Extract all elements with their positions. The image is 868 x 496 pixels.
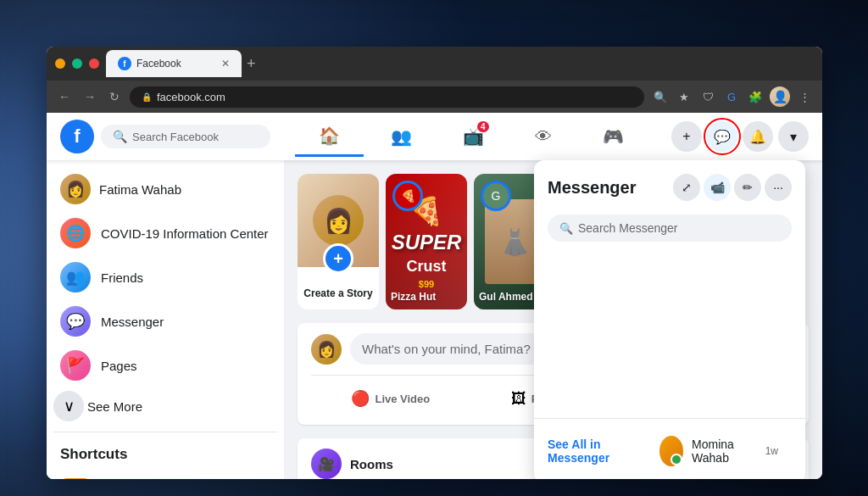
browser-menu-icon[interactable]: ⋮ bbox=[795, 87, 814, 106]
messenger-header-icons: ⤢ 📹 ✏ ··· bbox=[673, 174, 792, 201]
facebook-topnav: f 🔍 Search Facebook 🏠 👥 📺 4 👁 bbox=[47, 113, 822, 160]
online-user-avatar bbox=[659, 436, 683, 466]
see-all-messenger-button[interactable]: See All in Messenger bbox=[548, 437, 646, 465]
home-icon: 🏠 bbox=[319, 125, 340, 146]
browser-window: f Facebook ✕ + ← → ↻ 🔒 facebook.com 🔍 ★ … bbox=[47, 47, 822, 479]
live-video-button[interactable]: 🔴 Live Video bbox=[311, 382, 470, 415]
nav-friends[interactable]: 👥 bbox=[367, 118, 436, 155]
messenger-panel: Messenger ⤢ 📹 ✏ ··· 🔍 Search Messenger S… bbox=[534, 160, 805, 479]
live-video-label: Live Video bbox=[375, 393, 430, 405]
groups-icon: 👁 bbox=[535, 127, 552, 147]
story-pizza-hut[interactable]: 🍕 SUPER Crust $99 🍕 Pizza Hut bbox=[386, 174, 467, 309]
extensions-icon[interactable]: 🧩 bbox=[746, 87, 765, 106]
bookmark-icon[interactable]: ★ bbox=[675, 87, 693, 106]
nav-home[interactable]: 🏠 bbox=[295, 117, 364, 157]
messenger-body bbox=[534, 248, 805, 418]
minimize-button[interactable] bbox=[55, 59, 65, 69]
sidebar-user-profile[interactable]: 👩 Fatima Wahab bbox=[53, 167, 277, 211]
tab-favicon: f bbox=[118, 57, 131, 70]
maximize-button[interactable] bbox=[72, 59, 82, 69]
browser-toolbar-icons: 🔍 ★ 🛡 G 🧩 👤 ⋮ bbox=[651, 86, 814, 107]
tab-title: Facebook bbox=[136, 58, 216, 70]
messenger-icon: 💬 bbox=[714, 129, 731, 145]
rooms-icon: 🎥 bbox=[311, 449, 342, 479]
sidebar-item-friends[interactable]: 👥 Friends bbox=[53, 255, 277, 299]
watch-badge: 4 bbox=[477, 121, 489, 132]
tab-close-icon[interactable]: ✕ bbox=[221, 58, 230, 70]
new-tab-button[interactable]: + bbox=[247, 55, 256, 73]
messenger-footer: See All in Messenger Momina Wahab 1w bbox=[534, 418, 805, 479]
url-text: facebook.com bbox=[157, 91, 225, 103]
sidebar-label-messenger: Messenger bbox=[101, 315, 164, 329]
tab-bar: f Facebook ✕ + bbox=[106, 47, 814, 81]
address-bar-row: ← → ↻ 🔒 facebook.com 🔍 ★ 🛡 G 🧩 👤 ⋮ bbox=[47, 81, 822, 113]
messenger-header: Messenger ⤢ 📹 ✏ ··· bbox=[534, 160, 805, 208]
address-bar[interactable]: 🔒 facebook.com bbox=[130, 86, 644, 108]
refresh-button[interactable]: ↻ bbox=[106, 86, 123, 107]
add-button[interactable]: + bbox=[671, 121, 702, 152]
story-create-user-photo: 👩 bbox=[313, 195, 364, 246]
sidebar-label-covid: COVID-19 Information Center bbox=[101, 226, 269, 241]
nav-groups[interactable]: 👁 bbox=[511, 119, 576, 155]
sidebar-label-friends: Friends bbox=[101, 270, 143, 285]
post-user-avatar: 👩 bbox=[311, 334, 342, 365]
sidebar-label-see-more: See More bbox=[87, 399, 142, 414]
messenger-compose-icon[interactable]: ✏ bbox=[734, 174, 761, 201]
facebook-logo[interactable]: f bbox=[60, 120, 94, 153]
pizza-text2: Crust bbox=[406, 258, 446, 276]
friends-icon: 👥 bbox=[60, 262, 91, 293]
search-icon[interactable]: 🔍 bbox=[651, 87, 670, 106]
sidebar-item-messenger[interactable]: 💬 Messenger bbox=[53, 299, 277, 343]
facebook-sidebar: 👩 Fatima Wahab 🌐 COVID-19 Information Ce… bbox=[47, 160, 284, 479]
notifications-button[interactable]: 🔔 bbox=[743, 121, 773, 152]
browser-tab-bar: f Facebook ✕ + bbox=[47, 47, 822, 81]
messenger-icon: 💬 bbox=[60, 306, 91, 337]
messenger-video-icon[interactable]: 📹 bbox=[704, 174, 731, 201]
messenger-button[interactable]: 💬 bbox=[707, 121, 737, 152]
browser-profile-icon[interactable]: 👤 bbox=[770, 86, 790, 107]
friends-icon: 👥 bbox=[391, 126, 412, 147]
create-story-card[interactable]: 👩 + Create a Story bbox=[298, 174, 379, 309]
lock-icon: 🔒 bbox=[142, 92, 152, 102]
create-story-label: Create a Story bbox=[303, 287, 372, 299]
rooms-left: 🎥 Rooms bbox=[311, 449, 393, 479]
nav-gaming[interactable]: 🎮 bbox=[579, 118, 648, 155]
account-menu-button[interactable]: ▾ bbox=[778, 121, 809, 152]
window-controls bbox=[55, 59, 99, 69]
sidebar-item-covid[interactable]: 🌐 COVID-19 Information Center bbox=[53, 211, 277, 255]
photo-video-icon: 🖼 bbox=[511, 390, 526, 408]
messenger-search[interactable]: 🔍 Search Messenger bbox=[548, 215, 792, 242]
search-icon: 🔍 bbox=[113, 130, 127, 143]
sidebar-item-see-more[interactable]: ∨ See More bbox=[53, 387, 277, 425]
messenger-more-icon[interactable]: ··· bbox=[765, 174, 792, 201]
close-button[interactable] bbox=[89, 59, 99, 69]
facebook-nav-right: + 💬 🔔 ▾ bbox=[671, 121, 809, 152]
messenger-expand-icon[interactable]: ⤢ bbox=[673, 174, 700, 201]
see-more-icon: ∨ bbox=[53, 391, 84, 421]
shortcut-avatar-1 bbox=[60, 478, 91, 479]
sidebar-label-pages: Pages bbox=[101, 359, 137, 373]
shortcut-aam-insaan[interactable]: Aam Insaan bbox=[53, 473, 277, 479]
facebook-search-bar[interactable]: 🔍 Search Facebook bbox=[101, 125, 270, 148]
search-placeholder: Search Facebook bbox=[132, 131, 219, 143]
search-icon: 🔍 bbox=[559, 222, 573, 235]
story-create-plus-icon: + bbox=[323, 243, 353, 274]
story-avatar-gul: G bbox=[481, 181, 511, 211]
pizza-text: SUPER bbox=[392, 231, 462, 254]
active-tab[interactable]: f Facebook ✕ bbox=[106, 50, 242, 77]
nav-watch[interactable]: 📺 4 bbox=[439, 118, 508, 155]
extension-icon-1[interactable]: 🛡 bbox=[698, 87, 717, 106]
extension-icon-2[interactable]: G bbox=[722, 87, 741, 106]
sidebar-username: Fatima Wahab bbox=[99, 182, 181, 197]
chevron-down-icon: ∨ bbox=[64, 397, 75, 415]
back-button[interactable]: ← bbox=[55, 86, 74, 107]
shortcuts-title: Shortcuts bbox=[53, 439, 277, 470]
covid-icon: 🌐 bbox=[60, 218, 91, 248]
online-user-name: Momina Wahab bbox=[692, 437, 757, 465]
story-avatar-pizza: 🍕 bbox=[392, 181, 423, 211]
online-user-item[interactable]: Momina Wahab 1w bbox=[646, 429, 792, 473]
sidebar-item-pages[interactable]: 🚩 Pages bbox=[53, 343, 277, 387]
shortcuts-list: Aam Insaan at AddictiveTips bbox=[53, 473, 277, 479]
messenger-title: Messenger bbox=[548, 178, 637, 198]
forward-button[interactable]: → bbox=[81, 86, 99, 107]
